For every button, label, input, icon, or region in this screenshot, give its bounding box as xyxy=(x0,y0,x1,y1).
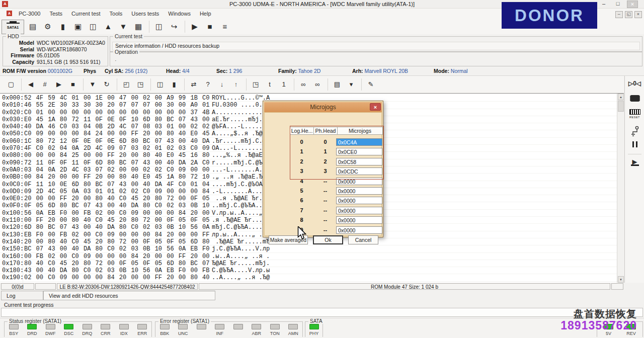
menu-item[interactable]: Windows xyxy=(164,9,195,19)
column-header-log-head[interactable]: Log.He... xyxy=(290,127,314,135)
menu-item[interactable]: Current test xyxy=(67,9,105,19)
hex-bytes[interactable]: 00 00 00 84 25 00 00 FF 20 00 80 40 E0 4… xyxy=(24,152,209,159)
start-drive-icon[interactable]: ▶ xyxy=(625,158,644,166)
hex-row[interactable]: 0x170: 80 40 C0 45 20 80 72 00 0F 05 0F … xyxy=(0,260,617,267)
search-next-icon[interactable]: ∞ xyxy=(311,78,324,91)
menu-item[interactable]: Help xyxy=(195,9,216,19)
hex-bytes[interactable]: 43 00 40 DA 80 C0 02 03 0B 10 56 0A EB F… xyxy=(24,267,209,274)
column-header-microjogs[interactable]: Microjogs xyxy=(337,127,383,135)
open-resources-icon[interactable]: ◫ xyxy=(87,21,100,33)
microjog-value-input[interactable]: 0x0000 xyxy=(336,178,382,185)
menu-item[interactable]: Tests xyxy=(45,9,67,19)
stop-test-icon[interactable]: ■ xyxy=(203,21,216,33)
chip-icon[interactable]: ▮ xyxy=(56,21,69,33)
hex-bytes[interactable]: 03 04 0A 2D 4C 03 07 02 00 00 02 02 C0 0… xyxy=(24,166,209,174)
microjog-value-input[interactable]: 0x0CDC xyxy=(336,167,382,175)
hex-bytes[interactable]: 80 40 C0 45 20 80 72 00 0F 05 0F 05 6D 8… xyxy=(24,260,209,267)
scroll-down-button[interactable]: ▼ xyxy=(618,276,624,283)
hex-bytes[interactable]: 0F 05 6D 80 BC 07 43 00 40 DA 80 C0 02 0… xyxy=(24,202,209,209)
hex-bytes[interactable]: 00 FB 02 00 C0 09 00 00 00 84 20 00 00 F… xyxy=(24,253,209,260)
open-dump-icon[interactable]: ◰ xyxy=(117,78,132,91)
maximize-button[interactable]: □ xyxy=(613,1,623,7)
hex-bytes[interactable]: 09 2D 4C 05 0A 03 01 01 02 02 C0 09 00 0… xyxy=(24,188,209,195)
microjog-value-input[interactable]: 0x0000 xyxy=(336,207,382,214)
hex-row[interactable]: 0x160: 00 FB 02 00 C0 09 00 00 00 84 20 … xyxy=(0,253,617,260)
script-dropdown-icon[interactable]: ▾ xyxy=(345,78,357,91)
sector-map-icon[interactable]: ▦ xyxy=(132,21,145,33)
hex-bytes[interactable]: 0F 11 10 0E 6D 80 BC 07 43 00 40 DA 4F C… xyxy=(24,181,209,188)
microjog-value-input[interactable]: 0x0000 xyxy=(336,226,382,234)
sector-file-icon[interactable]: ▢ xyxy=(5,78,17,91)
mdi-close-button[interactable]: × xyxy=(634,11,642,18)
microjog-value-input[interactable]: 0x0CE0 xyxy=(336,148,382,155)
file-next-icon[interactable]: ◳ xyxy=(246,78,262,91)
dialog-title-bar[interactable]: Microjogs × xyxy=(264,102,382,112)
scroll-up-button[interactable]: ▲ xyxy=(618,94,624,100)
file-1-icon[interactable]: 1 xyxy=(278,78,290,91)
copy-window-icon[interactable]: ◫ xyxy=(149,21,166,33)
hex-bytes[interactable]: 20 00 80 40 C0 45 20 80 72 00 0F 05 0F 0… xyxy=(24,238,209,245)
compare-icon[interactable]: ⇄ xyxy=(184,78,200,91)
hex-bytes[interactable]: BC 07 43 00 40 DA 80 C0 02 03 0B 10 56 0… xyxy=(24,245,209,252)
ok-button[interactable]: Ok xyxy=(313,235,343,244)
hex-bytes[interactable]: 56 0A EB F0 00 FB 02 00 C0 09 00 00 00 8… xyxy=(24,210,209,217)
mdi-minimize-button[interactable]: – xyxy=(615,11,623,18)
hex-bytes[interactable]: 46 55 2E 30 33 30 30 20 07 07 07 00 30 0… xyxy=(24,102,209,109)
hex-row[interactable]: 0x190: 02 00 C0 09 00 00 00 84 20 00 00 … xyxy=(0,274,617,281)
script-run-icon[interactable]: ▤ xyxy=(328,78,343,91)
hex-bytes[interactable]: 52 4F 59 4C 01 00 1E 00 47 00 02 00 A9 9… xyxy=(24,95,209,102)
hex-bytes[interactable]: C0 01 00 00 00 00 00 00 00 00 00 00 00 0… xyxy=(24,109,209,116)
menu-item[interactable]: Users tests xyxy=(127,9,164,19)
menu-item[interactable]: PC-3000 xyxy=(14,9,45,19)
hex-bytes[interactable]: C0 09 00 00 00 84 24 00 00 FF 20 00 80 4… xyxy=(24,130,209,137)
hex-row[interactable]: 0x150: BC 07 43 00 40 DA 80 C0 02 03 0B … xyxy=(0,245,617,252)
power-connector-icon[interactable] xyxy=(625,125,644,137)
microjog-value-input[interactable]: 0x0C4A xyxy=(336,138,382,146)
menu-item[interactable]: Tools xyxy=(105,9,127,19)
hex-scrollbar[interactable]: ▲ ▼ xyxy=(617,94,624,283)
hex-bytes[interactable]: 72 11 0F 0F 11 0F 6D 80 BC 07 43 00 40 D… xyxy=(24,159,209,166)
utility-settings-icon[interactable]: ⚙ xyxy=(41,21,54,33)
refresh-sector-icon[interactable]: ↻ xyxy=(101,78,113,91)
hex-bytes[interactable]: 02 00 C0 09 00 00 00 84 20 00 00 FF 20 0… xyxy=(24,274,209,281)
unknown-file-icon[interactable]: ? xyxy=(202,78,214,91)
copy-icon[interactable]: ◫ xyxy=(150,78,166,91)
scrollbar-thumb[interactable] xyxy=(618,101,624,112)
reset-icon[interactable]: RESET xyxy=(625,109,644,119)
save-dump-icon[interactable]: ◳ xyxy=(134,78,146,91)
view-options-icon[interactable]: ▼ xyxy=(83,78,99,91)
hex-bytes[interactable]: 00 FF 20 00 80 40 C0 45 20 80 72 00 0F 0… xyxy=(24,217,209,224)
save-resources-icon[interactable]: ▣ xyxy=(71,21,85,33)
hex-row[interactable]: 0x140: 20 00 80 40 C0 45 20 80 72 00 0F … xyxy=(0,238,617,245)
paste-icon[interactable]: ▮ xyxy=(168,78,180,91)
microjog-value-input[interactable]: 0x0C58 xyxy=(336,158,382,165)
hex-bytes[interactable]: 00 84 20 00 00 FF 20 00 80 40 E0 45 1A 8… xyxy=(24,174,209,181)
export-down-icon[interactable]: ↓ xyxy=(216,78,228,91)
microjog-value-input[interactable]: 0x0000 xyxy=(336,197,382,204)
prev-sector-icon[interactable]: ◀ xyxy=(21,78,37,91)
pause-icon[interactable] xyxy=(625,141,644,148)
close-button[interactable]: × xyxy=(627,1,638,8)
sata-port-button[interactable]: SATA1 xyxy=(2,20,24,34)
chip-status-icon[interactable] xyxy=(625,95,644,103)
hex-row[interactable]: 0x180: 43 00 40 DA 80 C0 02 03 0B 10 56 … xyxy=(0,267,617,274)
start-test-icon[interactable]: ▶ xyxy=(185,21,201,33)
stop-loading-icon[interactable]: ■ xyxy=(67,78,79,91)
edit-report-icon[interactable]: ✎ xyxy=(361,78,377,91)
hex-bytes[interactable]: 40 DA 46 C0 03 04 0B 2D 4C 07 08 03 01 0… xyxy=(24,123,209,130)
search-icon[interactable]: ∞ xyxy=(294,78,309,91)
hex-bytes[interactable]: EB F0 00 FB 02 00 C0 09 00 00 00 84 20 0… xyxy=(24,231,209,238)
exit-utility-icon[interactable]: ↪ xyxy=(168,21,181,33)
file-t-icon[interactable]: t xyxy=(264,78,276,91)
hex-bytes[interactable]: E0 45 1A 80 72 11 0F 0E 0F 10 6D 80 BC 0… xyxy=(24,116,209,123)
cancel-button[interactable]: Cancel xyxy=(348,235,378,244)
hex-bytes[interactable]: 6D 80 BC 07 43 00 40 DA 80 C0 02 03 0B 1… xyxy=(24,224,209,231)
test-list-icon[interactable]: ≡ xyxy=(218,21,231,33)
export-up-icon[interactable]: ↑ xyxy=(230,78,242,91)
tab-view-edit-hdd-resources[interactable]: View and edit HDD resources xyxy=(43,291,215,300)
next-sector-icon[interactable]: ▶ xyxy=(53,78,65,91)
minimize-button[interactable]: – xyxy=(599,1,609,7)
hex-bytes[interactable]: 20 00 00 FF 20 00 80 40 C0 45 20 80 72 0… xyxy=(24,195,209,202)
test-script-icon[interactable]: ▤ xyxy=(26,21,39,33)
hex-bytes[interactable]: 1C 80 72 12 0F 0E 0F 0E 6D 80 BC 07 43 0… xyxy=(24,138,209,145)
